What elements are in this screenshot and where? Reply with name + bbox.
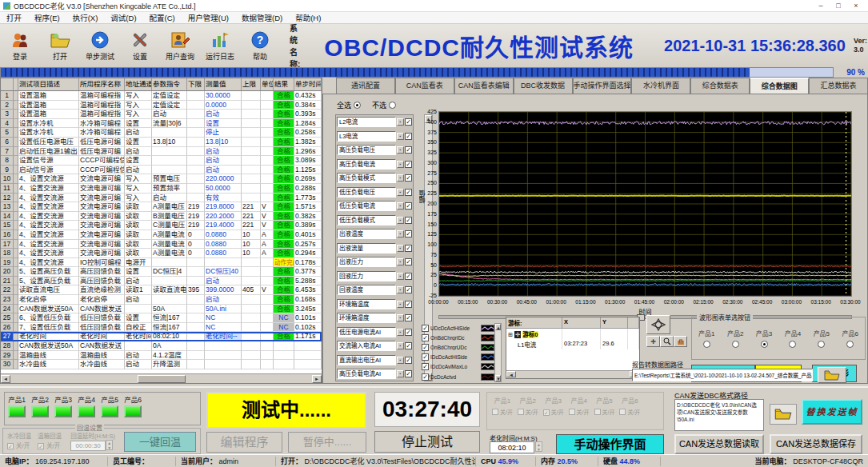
one-key-rewarm-button[interactable]: 一键回温 bbox=[124, 432, 196, 452]
legend-checkbox[interactable]: ✓ bbox=[422, 373, 429, 381]
legend-checkbox[interactable]: ✓ bbox=[422, 363, 429, 370]
tab-综合数据表[interactable]: 综合数据表 bbox=[690, 78, 750, 94]
signal-order-button[interactable]: ▪ bbox=[397, 286, 404, 293]
wave-option-radio[interactable] bbox=[818, 341, 825, 348]
signal-checkbox[interactable]: ✓ bbox=[405, 301, 412, 308]
scroll-left-icon[interactable]: ◄ bbox=[1, 375, 10, 383]
table-row[interactable]: 144、设置交流源交流电源可编读取B测量电压219220.2000221V合格0… bbox=[1, 212, 322, 222]
product-toggle-产品4[interactable]: 产品4 关/开 bbox=[569, 396, 590, 426]
legend-item[interactable]: ✓UDcDcActHiSide bbox=[421, 323, 494, 333]
用户查询-toolbar-button[interactable]: 用户查询 bbox=[160, 24, 200, 67]
pan-cross-button[interactable] bbox=[646, 315, 670, 334]
legend-checkbox[interactable]: ✓ bbox=[422, 325, 429, 332]
hand-tool-icon[interactable] bbox=[674, 336, 687, 347]
wave-option-产品4[interactable]: 产品4 bbox=[785, 329, 801, 348]
signal-order-button[interactable]: ▪ bbox=[397, 370, 404, 377]
signal-order-button[interactable]: ▪ bbox=[397, 245, 404, 252]
legend-scroll-up-icon[interactable]: ▲ bbox=[495, 324, 501, 330]
table-row[interactable]: 8设置信号源CCCP可编程信设置启动合格3.089s bbox=[1, 156, 322, 166]
can-total-save-button[interactable]: CAN发送总数据保存 bbox=[770, 434, 862, 454]
signal-item[interactable]: 交流输入电流AI▪✓ bbox=[336, 339, 413, 353]
signal-item[interactable]: 环境箱湿度▪✓ bbox=[336, 311, 413, 325]
signal-checkbox[interactable]: ✓ bbox=[405, 161, 412, 168]
can-total-read-button[interactable]: CAN发送总数据读取 bbox=[674, 434, 764, 454]
product-toggle-产品3[interactable]: 产品3✓ 关/开 bbox=[543, 396, 564, 426]
signal-checkbox[interactable]: ✓ bbox=[405, 314, 412, 321]
table-row[interactable]: 194、设置交流源IO控制可编程电源开动作完成0.178s bbox=[1, 258, 322, 268]
minimize-button[interactable]: – bbox=[812, 1, 830, 11]
legend-item[interactable]: ✓DchaPwrAct_UB bbox=[421, 381, 494, 382]
tab-水冷机界面[interactable]: 水冷机界面 bbox=[631, 78, 690, 94]
tab-CAN监看表编辑[interactable]: CAN监看表编辑 bbox=[454, 78, 514, 94]
signal-checkbox[interactable]: ✓ bbox=[405, 370, 412, 377]
signal-item[interactable]: 低压负载模式▪✓ bbox=[336, 214, 413, 228]
table-row[interactable]: 24CAN数据发送50ACAN数据发送50A50A.ini合格3.245s bbox=[1, 305, 322, 314]
signal-order-button[interactable]: ▪ bbox=[397, 314, 404, 321]
wave-option-产品6[interactable]: 产品6 bbox=[842, 329, 858, 348]
signal-checkbox[interactable]: ✓ bbox=[405, 133, 412, 140]
table-row[interactable]: 22读取直流电压直流绝缘检测读取1读取直流电395399.0000405V合格6… bbox=[1, 285, 322, 295]
table-row[interactable]: 5设置水冷机水冷箱可编程启动停止合格0.258s bbox=[1, 128, 322, 138]
product-toggle-产品5[interactable]: 产品5 关/开 bbox=[594, 396, 615, 426]
legend-item[interactable]: ✓OnBdChrgrIDc_ bbox=[421, 333, 494, 342]
water-rewarm-checkbox[interactable]: ✓ bbox=[7, 443, 14, 449]
product-toggle-产品6[interactable]: 产品6 关/开 bbox=[619, 396, 640, 426]
table-row[interactable]: 9启动信号源CCCP可编程信启动启动合格1.125s bbox=[1, 166, 322, 175]
signal-order-button[interactable]: ▪ bbox=[397, 161, 404, 168]
product-toggle-checkbox[interactable] bbox=[569, 409, 575, 415]
table-row[interactable]: 29温箱曲线温箱曲线启动4.1.2温度 bbox=[1, 351, 322, 361]
wave-option-radio[interactable] bbox=[703, 341, 710, 348]
scroll-right-icon[interactable]: ► bbox=[312, 375, 322, 383]
signal-checkbox[interactable]: ✓ bbox=[405, 174, 412, 182]
menu-item[interactable]: 调试(D) bbox=[104, 12, 142, 23]
legend-checkbox[interactable]: ✓ bbox=[422, 353, 429, 361]
legend-item[interactable]: ✓OnBdChrgrUDc bbox=[421, 342, 494, 352]
signal-checkbox[interactable]: ✓ bbox=[405, 189, 412, 196]
帮助-toolbar-button[interactable]: ?帮助 bbox=[240, 24, 280, 67]
scroll-thumb[interactable] bbox=[138, 375, 186, 383]
signal-item[interactable]: 出液压力▪✓ bbox=[336, 255, 413, 269]
product-toggle-产品2[interactable]: 产品2 关/开 bbox=[518, 396, 538, 426]
table-row[interactable]: 6设置低压电源电压低压电源可编设置13.8|1013.8|10合格1.382s bbox=[1, 138, 322, 147]
wave-option-radio[interactable] bbox=[846, 341, 854, 348]
wave-option-产品5[interactable]: 产品5 bbox=[814, 329, 830, 348]
运行日志-toolbar-button[interactable]: 运行日志 bbox=[200, 24, 240, 67]
legend-checkbox[interactable]: ✓ bbox=[422, 334, 429, 341]
pause-button[interactable]: 暂停中...... bbox=[288, 432, 366, 453]
wave-option-产品3[interactable]: 产品3 bbox=[756, 329, 772, 348]
table-row[interactable]: 114、设置交流源交流电源可编写入预置频率50.0000合格0.288s bbox=[1, 184, 322, 194]
stop-test-button[interactable]: 停止测试 bbox=[374, 431, 480, 453]
signal-item[interactable]: L3电流▪✓ bbox=[336, 130, 413, 144]
cursor-row[interactable]: L1电流03:27:2329.6 bbox=[506, 339, 639, 349]
signal-checkbox[interactable]: ✓ bbox=[405, 245, 412, 252]
signal-item[interactable]: 回液压力▪✓ bbox=[336, 269, 413, 284]
signal-order-button[interactable]: ▪ bbox=[397, 329, 404, 336]
menu-item[interactable]: 用户管理(U) bbox=[182, 12, 235, 23]
tab-CAN监看表[interactable]: CAN监看表 bbox=[395, 78, 454, 94]
maximize-button[interactable]: □ bbox=[830, 1, 847, 11]
can-dbc-path-field[interactable]: D:\OBCDCDC老化 V3.0\ini\CAN选项\CAN发送报文\发送报文… bbox=[674, 399, 764, 431]
signal-order-button[interactable]: ▪ bbox=[397, 118, 404, 126]
signal-checkbox[interactable]: ✓ bbox=[405, 286, 412, 293]
table-row[interactable]: 256、设置低压负载低压回馈负载设置恒流|167NCNC0.101s bbox=[1, 313, 322, 323]
menu-item[interactable]: 执行(X) bbox=[66, 12, 105, 23]
product-toggle-checkbox[interactable] bbox=[518, 409, 524, 415]
signal-checkbox[interactable]: ✓ bbox=[405, 357, 412, 364]
table-hscrollbar[interactable]: ◄ ► bbox=[1, 373, 322, 383]
signal-order-button[interactable]: ▪ bbox=[397, 273, 404, 280]
signal-item[interactable]: 直流输出电压AI▪✓ bbox=[336, 353, 413, 368]
table-row[interactable]: 2设置温箱温箱可编程指写入定值设定0.0000合格0.384s bbox=[1, 101, 322, 110]
cursor-group-row[interactable]: ⊞ ✛ 游标0 bbox=[506, 329, 562, 339]
waveform-chart[interactable] bbox=[438, 111, 852, 297]
设置-toolbar-button[interactable]: 设置 bbox=[120, 24, 160, 67]
close-button[interactable]: × bbox=[847, 1, 865, 11]
signal-item[interactable]: 高压负载模式▪✓ bbox=[336, 171, 413, 186]
crosshair-tool-icon[interactable]: ✛ bbox=[646, 336, 660, 347]
aging-time-field[interactable]: 08:02:10 bbox=[490, 441, 534, 453]
wave-option-radio[interactable] bbox=[732, 341, 739, 348]
signal-item[interactable]: 低压电源电流AI▪✓ bbox=[336, 325, 413, 340]
browse-report-folder-icon[interactable] bbox=[818, 367, 846, 383]
table-row[interactable]: 4设置水冷机水冷箱可编程设置流量|30|6设置合格1.284s bbox=[1, 119, 322, 129]
select-none-option[interactable]: 不选 bbox=[372, 100, 396, 110]
tab-DBC收发数据[interactable]: DBC收发数据 bbox=[514, 78, 573, 94]
